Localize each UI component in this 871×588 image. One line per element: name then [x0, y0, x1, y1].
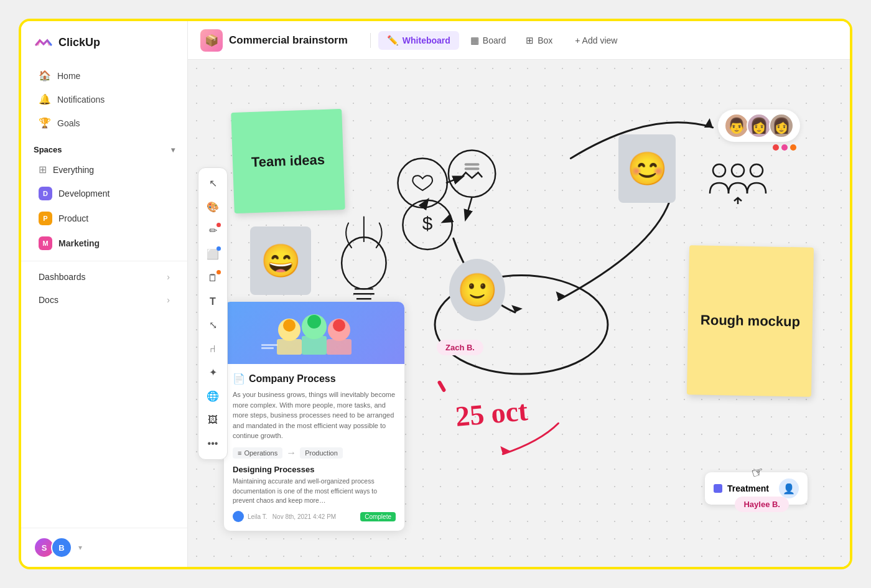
sidebar-item-notifications-label: Notifications	[57, 95, 105, 105]
person-photo-woman2: 🙂	[449, 259, 505, 321]
svg-text:$: $	[422, 213, 433, 233]
svg-point-1	[713, 164, 725, 177]
svg-point-5	[342, 237, 386, 289]
pencil-tool[interactable]: ✏	[202, 220, 223, 241]
sidebar-item-product[interactable]: P Product	[26, 207, 182, 230]
rect-dot	[217, 246, 221, 251]
palette-icon: 🎨	[207, 201, 219, 213]
svg-rect-13	[437, 380, 446, 393]
share-icon: ⑁	[210, 343, 216, 355]
main-content: 📦 Commercial brainstorm ✏️ Whiteboard ▦ …	[188, 21, 850, 567]
sidebar-footer: S B ▾	[21, 528, 187, 567]
doc-tag-production: Production	[300, 447, 343, 459]
tab-whiteboard-label: Whiteboard	[403, 35, 450, 45]
note-icon: 🗒	[208, 273, 218, 284]
collaborator-2: 👩	[747, 113, 771, 138]
sidebar-item-notifications[interactable]: 🔔 Notifications	[26, 88, 182, 111]
product-dot: P	[39, 212, 52, 225]
sidebar: ClickUp 🏠 Home 🔔 Notifications 🏆 Goals S…	[21, 21, 188, 567]
tab-whiteboard[interactable]: ✏️ Whiteboard	[378, 31, 459, 50]
note-dot	[217, 270, 221, 274]
left-toolbar: ↖ 🎨 ✏ ⬜ 🗒 T ⤡ ⑁ ✦ 🌐 🖼	[198, 167, 228, 460]
sidebar-item-everything-label: Everything	[53, 165, 94, 175]
tab-board[interactable]: ▦ Board	[462, 31, 515, 50]
canvas-collaborators: 👨 👩 👩	[718, 110, 800, 151]
sidebar-item-development[interactable]: D Development	[26, 182, 182, 205]
sidebar-item-goals[interactable]: 🏆 Goals	[26, 111, 182, 134]
people-svg	[707, 159, 769, 209]
whiteboard-canvas[interactable]: ↖ 🎨 ✏ ⬜ 🗒 T ⤡ ⑁ ✦ 🌐 🖼	[188, 60, 850, 567]
pencil-icon: ✏	[209, 225, 217, 236]
globe-tool[interactable]: 🌐	[202, 386, 223, 407]
tab-box[interactable]: ⊞ Box	[517, 31, 561, 50]
svg-point-10	[403, 200, 452, 250]
treatment-avatar: 👤	[779, 478, 799, 498]
svg-point-16	[283, 319, 296, 332]
globe-icon: 🌐	[207, 390, 219, 402]
sticky-green-text: Team ideas	[251, 152, 325, 170]
svg-point-3	[750, 164, 763, 177]
topbar-divider	[370, 33, 371, 48]
list-icon: ≡	[238, 449, 241, 457]
svg-rect-9	[465, 167, 480, 170]
marketing-dot: M	[39, 236, 52, 250]
dot-pink	[781, 144, 788, 151]
more-tool[interactable]: •••	[202, 433, 223, 454]
pencil-dot	[217, 223, 221, 227]
person-photo-woman1: 😊	[618, 134, 676, 203]
sidebar-bottom: Dashboards › Docs ›	[21, 261, 187, 315]
grid-icon: ⊞	[39, 164, 47, 175]
rect-tool[interactable]: ⬜	[202, 244, 223, 265]
doc-icon: 📄	[233, 373, 245, 385]
dashboards-label: Dashboards	[39, 272, 86, 282]
sidebar-item-dashboards[interactable]: Dashboards ›	[26, 266, 182, 288]
avatar-b: B	[51, 537, 72, 558]
tab-board-label: Board	[483, 35, 506, 45]
svg-point-2	[732, 164, 744, 177]
svg-point-18	[307, 315, 321, 329]
clickup-logo-icon	[34, 32, 54, 52]
man-face-icon: 😄	[250, 226, 311, 295]
add-view-button[interactable]: + Add view	[566, 32, 626, 49]
app-frame: ClickUp 🏠 Home 🔔 Notifications 🏆 Goals S…	[19, 19, 852, 569]
sidebar-item-marketing[interactable]: M Marketing	[26, 231, 182, 255]
user-badge-zach: Zach B.	[437, 340, 483, 355]
transform-tool[interactable]: ⤡	[202, 315, 223, 336]
sidebar-item-docs[interactable]: Docs ›	[26, 289, 182, 311]
transform-icon: ⤡	[209, 319, 217, 331]
sparkle-tool[interactable]: ✦	[202, 362, 223, 383]
document-card[interactable]: 📄 Company Process As your business grows…	[224, 302, 404, 531]
app-name: ClickUp	[58, 36, 100, 49]
sidebar-item-product-label: Product	[58, 213, 88, 223]
sidebar-item-everything[interactable]: ⊞ Everything	[26, 159, 182, 180]
svg-rect-25	[261, 347, 274, 349]
box-tab-icon: ⊞	[526, 35, 534, 46]
doc-card-title: 📄 Company Process	[233, 373, 396, 385]
share-tool[interactable]: ⑁	[202, 338, 223, 360]
spaces-section-header[interactable]: Spaces ▾	[21, 138, 187, 158]
sidebar-item-marketing-label: Marketing	[58, 238, 100, 248]
svg-rect-22	[302, 336, 327, 355]
sticky-note-rough-mockup[interactable]: Rough mockup	[687, 245, 814, 396]
doc-section-text: Maintaining accurate and well-organized …	[233, 477, 396, 506]
svg-point-20	[333, 319, 345, 332]
topbar-title-area: 📦 Commercial brainstorm	[200, 29, 348, 52]
image-tool[interactable]: 🖼	[202, 409, 223, 431]
doc-illustration	[252, 308, 376, 358]
text-icon: T	[210, 296, 216, 307]
more-icon: •••	[208, 438, 218, 449]
cursor-tool[interactable]: ↖	[202, 173, 223, 194]
text-tool[interactable]: T	[202, 291, 223, 312]
date-annotation: 25 oct	[454, 394, 529, 433]
people-icon	[707, 159, 769, 212]
logo[interactable]: ClickUp	[21, 21, 187, 61]
avatar-chevron-icon[interactable]: ▾	[78, 543, 82, 552]
palette-tool[interactable]: 🎨	[202, 197, 223, 218]
sidebar-item-home[interactable]: 🏠 Home	[26, 64, 182, 87]
doc-card-header	[224, 302, 404, 364]
doc-section-title: Designing Processes	[233, 465, 396, 474]
note-tool[interactable]: 🗒	[202, 268, 223, 289]
home-icon: 🏠	[39, 70, 51, 82]
sticky-note-team-ideas[interactable]: Team ideas	[231, 109, 345, 213]
arrow-right-icon: →	[286, 447, 296, 459]
